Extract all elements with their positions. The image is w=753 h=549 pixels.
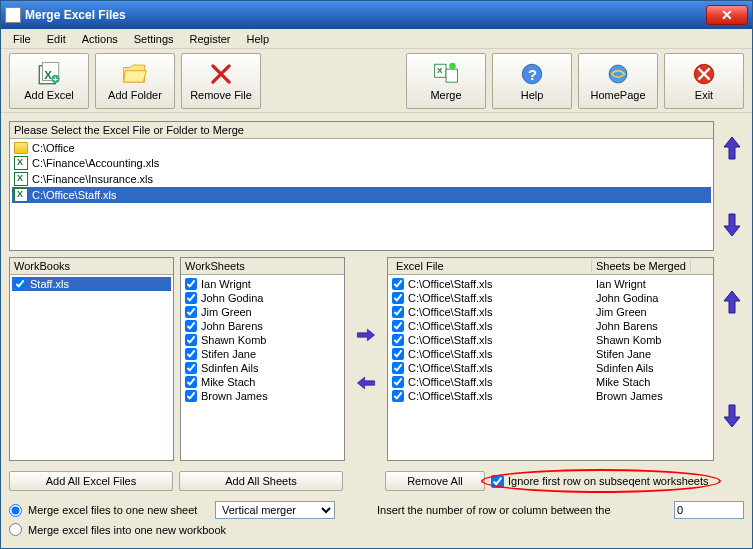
merge-file-header: Excel File: [392, 260, 592, 272]
menu-help[interactable]: Help: [239, 31, 278, 47]
insert-number-input[interactable]: [674, 501, 744, 519]
worksheet-checkbox[interactable]: [185, 362, 197, 374]
file-row[interactable]: C:\Finance\Accounting.xls: [12, 155, 711, 171]
merge-row-checkbox[interactable]: [392, 390, 404, 402]
merge-row-checkbox[interactable]: [392, 278, 404, 290]
workbook-checkbox[interactable]: [14, 278, 26, 290]
add-all-sheets-button[interactable]: Add All Sheets: [179, 471, 343, 491]
add-excel-button[interactable]: X+ Add Excel: [9, 53, 89, 109]
add-folder-button[interactable]: Add Folder: [95, 53, 175, 109]
app-icon: [5, 7, 21, 23]
files-panel: Please Select the Excel File or Folder t…: [9, 121, 714, 251]
merge-row-checkbox[interactable]: [392, 376, 404, 388]
worksheet-item[interactable]: Ian Wrignt: [183, 277, 342, 291]
menubar: File Edit Actions Settings Register Help: [1, 29, 752, 49]
worksheet-checkbox[interactable]: [185, 278, 197, 290]
merge-list-row[interactable]: C:\Office\Staff.xlsJim Green: [390, 305, 711, 319]
worksheet-checkbox[interactable]: [185, 306, 197, 318]
worksheet-checkbox[interactable]: [185, 390, 197, 402]
svg-text:X: X: [437, 66, 443, 75]
merge-excel-icon: X: [433, 61, 459, 87]
x-icon: [208, 61, 234, 87]
merge-row-checkbox[interactable]: [392, 362, 404, 374]
merge-one-workbook-radio[interactable]: [9, 523, 22, 536]
merge-list-row[interactable]: C:\Office\Staff.xlsStifen Jane: [390, 347, 711, 361]
file-row[interactable]: C:\Office\Staff.xls: [12, 187, 711, 203]
help-button[interactable]: ? Help: [492, 53, 572, 109]
merge-list[interactable]: C:\Office\Staff.xlsIan WrigntC:\Office\S…: [388, 275, 713, 460]
help-icon: ?: [519, 61, 545, 87]
folder-icon: [122, 61, 148, 87]
menu-file[interactable]: File: [5, 31, 39, 47]
merge-move-down-button[interactable]: [722, 402, 742, 430]
merge-list-row[interactable]: C:\Office\Staff.xlsShawn Komb: [390, 333, 711, 347]
workbooks-list[interactable]: Staff.xls: [10, 275, 173, 460]
worksheets-header: WorkSheets: [185, 260, 245, 272]
add-sheet-button[interactable]: [356, 321, 376, 349]
files-list[interactable]: C:\OfficeC:\Finance\Accounting.xlsC:\Fin…: [10, 139, 713, 250]
merge-list-row[interactable]: C:\Office\Staff.xlsJohn Godina: [390, 291, 711, 305]
file-row[interactable]: C:\Finance\Insurance.xls: [12, 171, 711, 187]
merge-row-checkbox[interactable]: [392, 306, 404, 318]
ignore-first-row-label[interactable]: Ignore first row on subseqent worksheets: [491, 475, 709, 488]
svg-point-8: [449, 62, 456, 69]
excel-file-icon: [14, 188, 28, 202]
worksheet-item[interactable]: Brown James: [183, 389, 342, 403]
excel-file-icon: [14, 156, 28, 170]
worksheet-item[interactable]: John Godina: [183, 291, 342, 305]
merge-row-checkbox[interactable]: [392, 334, 404, 346]
svg-text:+: +: [53, 75, 58, 84]
worksheet-item[interactable]: Stifen Jane: [183, 347, 342, 361]
files-panel-header: Please Select the Excel File or Folder t…: [14, 124, 244, 136]
ignore-first-row-checkbox[interactable]: [491, 475, 504, 488]
move-down-button[interactable]: [722, 211, 742, 239]
homepage-button[interactable]: HomePage: [578, 53, 658, 109]
folder-icon: [14, 142, 28, 154]
workbook-item[interactable]: Staff.xls: [12, 277, 171, 291]
worksheet-item[interactable]: Mike Stach: [183, 375, 342, 389]
merge-one-sheet-option[interactable]: Merge excel files to one new sheet: [9, 504, 209, 517]
merge-list-row[interactable]: C:\Office\Staff.xlsJohn Barens: [390, 319, 711, 333]
merge-row-checkbox[interactable]: [392, 320, 404, 332]
worksheet-checkbox[interactable]: [185, 334, 197, 346]
move-up-button[interactable]: [722, 134, 742, 162]
remove-all-button[interactable]: Remove All: [385, 471, 485, 491]
close-button[interactable]: ✕: [706, 5, 748, 25]
merge-button[interactable]: X Merge: [406, 53, 486, 109]
file-row[interactable]: C:\Office: [12, 141, 711, 155]
worksheets-list[interactable]: Ian WrigntJohn GodinaJim GreenJohn Baren…: [181, 275, 344, 460]
menu-actions[interactable]: Actions: [74, 31, 126, 47]
merge-list-row[interactable]: C:\Office\Staff.xlsSdinfen Ails: [390, 361, 711, 375]
merge-row-checkbox[interactable]: [392, 292, 404, 304]
merge-one-workbook-option[interactable]: Merge excel files into one new workbook: [9, 523, 226, 536]
merge-sheets-header: Sheets be Merged: [592, 260, 691, 272]
merge-one-sheet-radio[interactable]: [9, 504, 22, 517]
worksheet-checkbox[interactable]: [185, 292, 197, 304]
add-all-excel-button[interactable]: Add All Excel Files: [9, 471, 173, 491]
merge-list-row[interactable]: C:\Office\Staff.xlsIan Wrignt: [390, 277, 711, 291]
merge-row-checkbox[interactable]: [392, 348, 404, 360]
worksheet-item[interactable]: John Barens: [183, 319, 342, 333]
merge-list-row[interactable]: C:\Office\Staff.xlsMike Stach: [390, 375, 711, 389]
merge-type-select[interactable]: Vertical merger: [215, 501, 335, 519]
window-title: Merge Excel Files: [25, 8, 706, 22]
svg-text:?: ?: [528, 66, 537, 82]
worksheet-item[interactable]: Jim Green: [183, 305, 342, 319]
menu-edit[interactable]: Edit: [39, 31, 74, 47]
merge-move-up-button[interactable]: [722, 288, 742, 316]
ie-icon: [605, 61, 631, 87]
worksheet-item[interactable]: Sdinfen Ails: [183, 361, 342, 375]
insert-label: Insert the number of row or column betwe…: [377, 504, 611, 516]
worksheet-checkbox[interactable]: [185, 348, 197, 360]
worksheet-checkbox[interactable]: [185, 376, 197, 388]
worksheet-checkbox[interactable]: [185, 320, 197, 332]
merge-list-row[interactable]: C:\Office\Staff.xlsBrown James: [390, 389, 711, 403]
worksheet-item[interactable]: Shawn Komb: [183, 333, 342, 347]
menu-register[interactable]: Register: [182, 31, 239, 47]
excel-add-icon: X+: [36, 61, 62, 87]
remove-file-button[interactable]: Remove File: [181, 53, 261, 109]
remove-sheet-button[interactable]: [356, 369, 376, 397]
exit-button[interactable]: Exit: [664, 53, 744, 109]
menu-settings[interactable]: Settings: [126, 31, 182, 47]
titlebar: Merge Excel Files ✕: [1, 1, 752, 29]
